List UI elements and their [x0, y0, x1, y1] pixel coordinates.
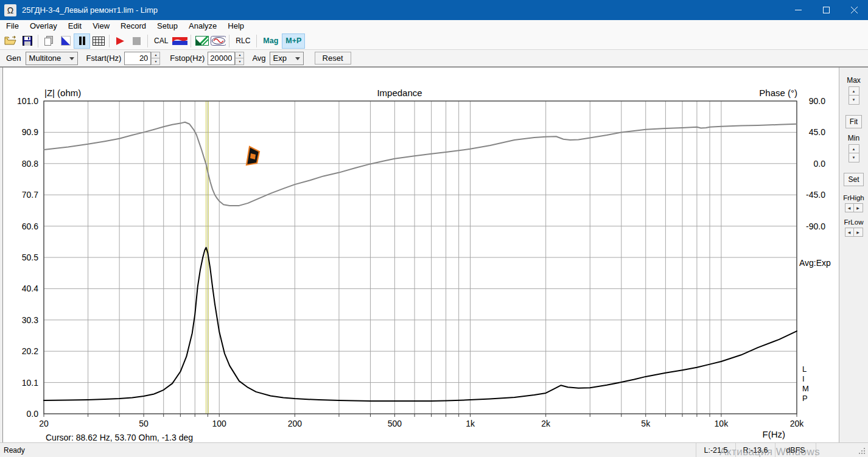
copy-icon — [44, 36, 54, 46]
calibrate-button[interactable]: CAL — [150, 33, 172, 49]
avg-value: Exp — [273, 54, 287, 63]
max-spinner[interactable]: ▲ ▼ — [849, 86, 859, 105]
spinner-up-icon[interactable]: ▲ — [151, 52, 160, 59]
fstart-spinner[interactable]: ▲ ▼ — [151, 52, 160, 65]
svg-text:20: 20 — [39, 419, 49, 428]
fstop-input[interactable] — [208, 52, 235, 65]
chevron-down-icon — [295, 57, 300, 60]
fit-button[interactable]: Fit — [845, 115, 862, 128]
menu-edit[interactable]: Edit — [63, 20, 87, 32]
scale-button[interactable] — [194, 33, 210, 49]
frhigh-label: FrHigh — [843, 194, 864, 201]
gen-label: Gen — [6, 54, 21, 63]
arrow-right-icon[interactable]: ▶ — [854, 228, 863, 237]
menu-bar: File Overlay Edit View Record Setup Anal… — [0, 20, 868, 32]
spinner-down-icon[interactable]: ▼ — [235, 58, 244, 65]
generator-bar: Gen Multitone Fstart(Hz) ▲ ▼ Fstop(Hz) ▲… — [0, 50, 868, 67]
reset-button[interactable]: Reset — [315, 52, 351, 65]
table-grid-icon — [93, 37, 105, 46]
svg-text:20.2: 20.2 — [22, 346, 38, 356]
resize-grip[interactable] — [859, 448, 866, 455]
limp-window: Ω 25ГДН-3-4_Левый ремонт1.lim - Limp Fil… — [0, 0, 868, 457]
menu-view[interactable]: View — [87, 20, 115, 32]
minimize-icon — [795, 7, 802, 13]
arrow-left-icon[interactable]: ◀ — [845, 203, 854, 212]
scale-panel: Max ▲ ▼ Fit Min ▲ ▼ Set FrHigh ◀ ▶ FrLow… — [839, 68, 868, 443]
spinner-up-icon[interactable]: ▲ — [849, 86, 859, 96]
status-text: Ready — [4, 446, 25, 455]
blue-triangle-icon — [61, 36, 71, 46]
svg-text:30.3: 30.3 — [22, 315, 38, 325]
green-stripes-icon — [195, 36, 209, 46]
generator-type-select[interactable]: Multitone — [26, 52, 78, 65]
arrow-right-icon[interactable]: ▶ — [854, 203, 863, 212]
fstart-input[interactable] — [124, 52, 151, 65]
svg-text:10.1: 10.1 — [22, 378, 38, 388]
svg-text:-45.0: -45.0 — [806, 190, 825, 200]
svg-text:1k: 1k — [466, 419, 475, 428]
pause-icon — [79, 37, 86, 45]
svg-text:10k: 10k — [715, 419, 729, 428]
save-button[interactable] — [19, 33, 35, 49]
min-spinner[interactable]: ▲ ▼ — [849, 144, 859, 162]
open-file-button[interactable] — [2, 33, 19, 49]
toolbar-separator — [109, 35, 110, 47]
chevron-down-icon — [69, 57, 74, 60]
chart-area[interactable]: 101.090.980.870.760.650.540.430.320.210.… — [2, 68, 839, 443]
menu-analyze[interactable]: Analyze — [183, 20, 222, 32]
menu-setup[interactable]: Setup — [152, 20, 183, 32]
fstop-spinner[interactable]: ▲ ▼ — [235, 52, 244, 65]
open-folder-icon — [4, 36, 17, 46]
svg-text:60.6: 60.6 — [22, 222, 38, 231]
svg-text:2k: 2k — [541, 419, 551, 428]
table-view-button[interactable] — [90, 33, 107, 49]
red-blue-bands-icon — [172, 37, 187, 45]
stop-record-button[interactable] — [128, 33, 145, 49]
spinner-up-icon[interactable]: ▲ — [235, 52, 244, 59]
svg-text:0.0: 0.0 — [814, 159, 826, 169]
spinner-up-icon[interactable]: ▲ — [849, 144, 859, 153]
svg-text:90.0: 90.0 — [809, 96, 825, 106]
close-button[interactable] — [840, 0, 868, 20]
minimize-button[interactable] — [784, 0, 812, 20]
impedance-phase-plot[interactable]: 101.090.980.870.760.650.540.430.320.210.… — [3, 68, 839, 443]
maximize-button[interactable] — [812, 0, 840, 20]
rlc-button[interactable]: RLC — [232, 33, 254, 49]
magnitude-phase-view-button[interactable]: M+P — [282, 33, 305, 49]
svg-text:0.0: 0.0 — [27, 409, 39, 419]
menu-file[interactable]: File — [1, 20, 24, 32]
svg-text:500: 500 — [388, 419, 402, 428]
menu-overlay[interactable]: Overlay — [24, 20, 63, 32]
title-bar: Ω 25ГДН-3-4_Левый ремонт1.lim - Limp — [0, 0, 868, 20]
menu-record[interactable]: Record — [115, 20, 152, 32]
spinner-down-icon[interactable]: ▼ — [151, 58, 160, 65]
start-record-button[interactable] — [112, 33, 128, 49]
sine-wave-icon — [211, 36, 226, 46]
frhigh-arrows[interactable]: ◀ ▶ — [845, 203, 863, 212]
svg-text:20k: 20k — [790, 419, 805, 428]
magnitude-view-button[interactable]: Mag — [259, 33, 282, 49]
generator-button[interactable] — [210, 33, 226, 49]
limp-watermark: L I M P — [802, 365, 809, 403]
svg-text:100: 100 — [212, 419, 227, 428]
set-button[interactable]: Set — [844, 173, 863, 186]
pause-button[interactable] — [74, 33, 90, 49]
arrow-left-icon[interactable]: ◀ — [845, 228, 854, 237]
fstop-label: Fstop(Hz) — [170, 54, 205, 63]
color-scheme-button[interactable] — [172, 33, 188, 49]
avg-select[interactable]: Exp — [270, 52, 304, 65]
menu-help[interactable]: Help — [222, 20, 250, 32]
avg-mode-readout: Avg:Exp — [799, 258, 831, 268]
edit-flag-button[interactable] — [57, 33, 74, 49]
max-label: Max — [847, 76, 861, 85]
generator-type-value: Multitone — [29, 54, 61, 63]
frlow-arrows[interactable]: ◀ ▶ — [845, 228, 863, 237]
stop-icon — [133, 37, 141, 45]
copy-button[interactable] — [41, 33, 57, 49]
spinner-down-icon[interactable]: ▼ — [849, 96, 859, 105]
svg-text:45.0: 45.0 — [809, 127, 825, 137]
windows-activation-watermark: Активация Windows — [719, 446, 820, 457]
chart-title: Impedance — [3, 88, 796, 98]
spinner-down-icon[interactable]: ▼ — [849, 153, 859, 162]
app-icon: Ω — [4, 4, 16, 16]
